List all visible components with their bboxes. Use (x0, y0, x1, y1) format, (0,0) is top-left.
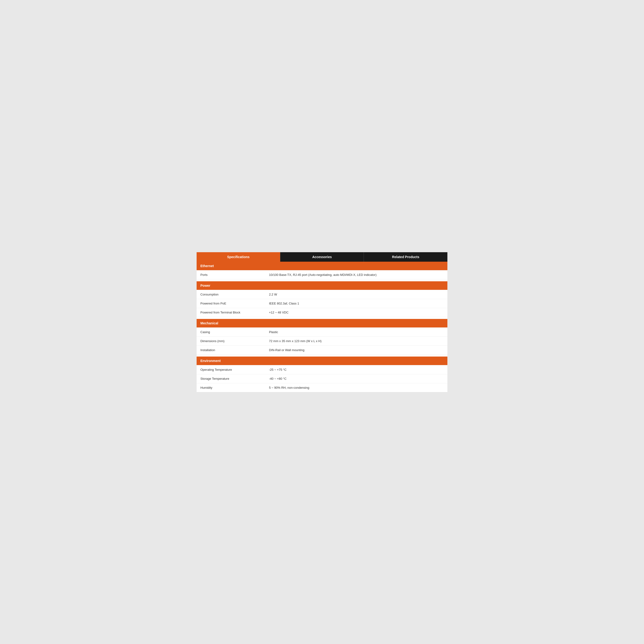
spec-label: Powered from Terminal Block (197, 308, 265, 317)
spec-value: IEEE 802.3af, Class 1 (265, 299, 447, 308)
section-title-ethernet: Ethernet (197, 262, 447, 270)
page-wrapper: Specifications Accessories Related Produ… (197, 252, 447, 392)
spec-value: 2.2 W (265, 290, 447, 299)
spec-label: Dimensions (mm) (197, 336, 265, 345)
tab-related-products[interactable]: Related Products (364, 252, 447, 262)
spec-label: Powered from PoE (197, 299, 265, 308)
spec-value: 10/100 Base-TX, RJ-45 port (Auto-negotia… (265, 270, 447, 279)
spec-row: InstallationDIN-Rail or Wall mounting (197, 345, 447, 354)
section-header-mechanical: Mechanical (197, 319, 447, 328)
spec-label: Ports (197, 270, 265, 279)
spec-row: Storage Temperature-40 ~ +80 °C (197, 374, 447, 383)
spec-value: DIN-Rail or Wall mounting (265, 345, 447, 354)
spec-label: Storage Temperature (197, 374, 265, 383)
tabs-header: Specifications Accessories Related Produ… (197, 252, 447, 262)
spec-value: -25 ~ +75 °C (265, 365, 447, 374)
spec-label: Installation (197, 345, 265, 354)
tab-accessories[interactable]: Accessories (280, 252, 364, 262)
spacer-row (197, 354, 447, 357)
spec-label: Operating Temperature (197, 365, 265, 374)
section-title-power: Power (197, 281, 447, 290)
spec-row: Consumption2.2 W (197, 290, 447, 299)
spec-value: 5 ~ 90% RH, non-condensing (265, 383, 447, 392)
spacer-row (197, 317, 447, 319)
spec-row: CasingPlastic (197, 327, 447, 336)
spec-label: Consumption (197, 290, 265, 299)
spec-row: Powered from PoEIEEE 802.3af, Class 1 (197, 299, 447, 308)
spec-row: Ports10/100 Base-TX, RJ-45 port (Auto-ne… (197, 270, 447, 279)
spec-value: -40 ~ +80 °C (265, 374, 447, 383)
tab-specifications[interactable]: Specifications (197, 252, 280, 262)
specs-table: EthernetPorts10/100 Base-TX, RJ-45 port … (197, 262, 447, 392)
spec-row: Humidity5 ~ 90% RH, non-condensing (197, 383, 447, 392)
section-title-environment: Environment (197, 357, 447, 365)
spec-row: Powered from Terminal Block+12 ~ 48 VDC (197, 308, 447, 317)
section-title-mechanical: Mechanical (197, 319, 447, 328)
spec-value: Plastic (265, 327, 447, 336)
spec-value: 72 mm x 35 mm x 123 mm (W x L x H) (265, 336, 447, 345)
spec-label: Humidity (197, 383, 265, 392)
spec-row: Operating Temperature-25 ~ +75 °C (197, 365, 447, 374)
spacer-row (197, 279, 447, 281)
spec-label: Casing (197, 327, 265, 336)
section-header-environment: Environment (197, 357, 447, 365)
spec-value: +12 ~ 48 VDC (265, 308, 447, 317)
section-header-power: Power (197, 281, 447, 290)
spec-row: Dimensions (mm)72 mm x 35 mm x 123 mm (W… (197, 336, 447, 345)
section-header-ethernet: Ethernet (197, 262, 447, 270)
